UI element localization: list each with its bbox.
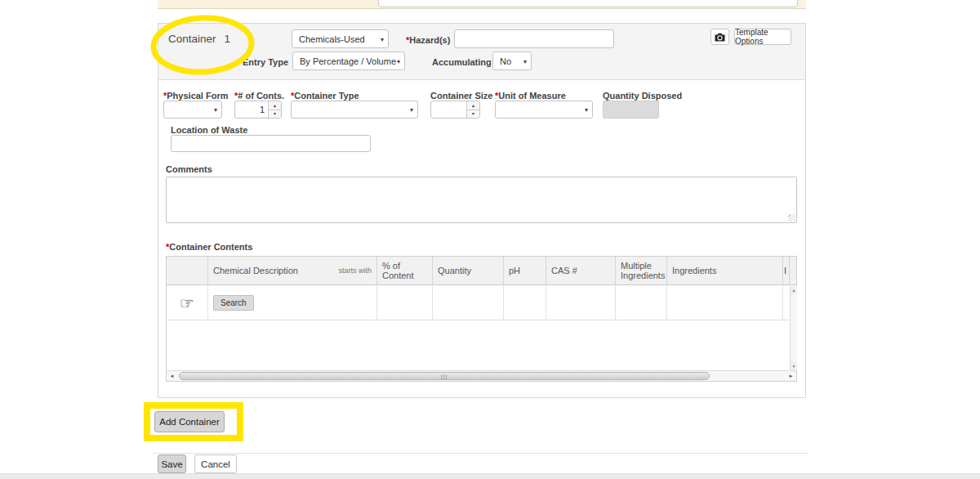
col-header-cas: CAS # [546, 257, 616, 284]
num-conts-stepper[interactable]: 1 ▲ ▼ [234, 101, 282, 119]
col-header-multiple-ingredients: Multiple Ingredients [616, 257, 667, 284]
row-pointer-cell: ☞ [167, 286, 208, 320]
chevron-down-icon: ▾ [381, 35, 384, 43]
scroll-left-icon[interactable]: ◄ [167, 371, 177, 381]
starts-with-hint: starts with [338, 266, 372, 275]
accumulating-value: No [500, 56, 511, 66]
pointing-hand-icon: ☞ [180, 295, 194, 311]
col-header-row-selector [167, 257, 208, 284]
hazards-label: *Hazard(s) [406, 35, 450, 45]
quantity-cell[interactable] [433, 286, 504, 320]
container-contents-table: Chemical Description starts with % of Co… [166, 256, 797, 382]
chevron-down-icon: ▾ [214, 106, 217, 114]
quantity-disposed-label: Quantity Disposed [603, 91, 682, 101]
spinner-up-icon[interactable]: ▲ [467, 101, 479, 110]
resize-grip-icon[interactable] [788, 214, 795, 222]
template-options-label: Template Options [735, 28, 791, 46]
quantity-disposed-input [603, 101, 659, 119]
col-header-clipped: I [783, 257, 790, 284]
accumulating-select[interactable]: No ▾ [492, 51, 532, 70]
waste-type-select[interactable]: Chemicals-Used ▾ [292, 29, 389, 48]
scroll-down-icon[interactable]: ▼ [791, 362, 797, 370]
pct-content-cell[interactable] [377, 286, 433, 320]
save-button[interactable]: Save [158, 454, 186, 473]
chemical-description-cell: Search [208, 286, 377, 320]
comments-label: Comments [166, 164, 212, 174]
chevron-down-icon: ▾ [397, 57, 400, 65]
entry-type-value: By Percentage / Volume [300, 56, 396, 66]
section-divider [153, 453, 808, 454]
location-of-waste-input[interactable] [171, 135, 371, 152]
template-options-button[interactable]: Template Options [734, 29, 791, 45]
cancel-button[interactable]: Cancel [194, 454, 237, 473]
scroll-up-icon[interactable]: ▲ [791, 286, 797, 294]
scrollbar-grip-icon: ||| [441, 374, 448, 379]
spinner-down-icon[interactable]: ▼ [467, 110, 479, 119]
cas-cell[interactable] [546, 286, 616, 320]
container-panel: Container1 *Waste Type Chemicals-Used ▾ … [158, 23, 806, 398]
camera-icon [715, 33, 725, 42]
hazards-input[interactable] [454, 29, 614, 48]
ingredients-cell[interactable] [667, 286, 783, 320]
annotation-rectangle [144, 402, 243, 441]
ph-cell[interactable] [504, 286, 546, 320]
scroll-right-icon[interactable]: ► [786, 371, 796, 381]
chevron-down-icon: ▾ [523, 57, 527, 65]
col-header-pct-content: % of Content [377, 257, 433, 284]
unit-of-measure-label: *Unit of Measure [495, 91, 566, 101]
num-conts-value: 1 [235, 101, 268, 118]
annotation-ellipse [149, 13, 259, 77]
table-header-row: Chemical Description starts with % of Co… [167, 257, 796, 285]
chevron-down-icon: ▾ [585, 106, 588, 114]
container-contents-label: *Container Contents [166, 242, 252, 252]
container-size-value [431, 101, 466, 118]
col-header-ph: pH [504, 257, 546, 284]
col-header-quantity: Quantity [433, 257, 504, 284]
search-button[interactable]: Search [213, 295, 254, 311]
container-size-label: Container Size [430, 91, 492, 101]
comments-textarea[interactable] [166, 177, 797, 223]
col-header-ingredients: Ingredients [667, 257, 783, 284]
horizontal-scrollbar[interactable]: ◄ ||| ► [167, 370, 796, 381]
container-type-label: *Container Type [291, 91, 359, 101]
col-header-chemical-description: Chemical Description starts with [208, 257, 377, 284]
cancel-label: Cancel [201, 459, 230, 469]
vertical-scrollbar[interactable]: ▲ ▼ [790, 286, 797, 370]
chevron-down-icon: ▾ [410, 106, 413, 114]
waste-type-value: Chemicals-Used [299, 34, 365, 44]
waste-container-form: Container1 *Waste Type Chemicals-Used ▾ … [0, 0, 980, 479]
container-type-select[interactable]: ▾ [291, 101, 418, 119]
horizontal-scrollbar-thumb[interactable]: ||| [179, 372, 710, 380]
num-conts-label: *# of Conts. [234, 91, 284, 101]
accumulating-label: Accumulating [432, 57, 492, 67]
physical-form-label: *Physical Form [163, 91, 228, 101]
footer-bar [0, 473, 980, 479]
table-row: ☞ Search [167, 286, 790, 320]
unit-of-measure-select[interactable]: ▾ [495, 101, 593, 119]
entry-type-select[interactable]: By Percentage / Volume ▾ [292, 51, 405, 70]
spinner-up-icon[interactable]: ▲ [269, 101, 281, 110]
spinner-down-icon[interactable]: ▼ [269, 110, 281, 119]
physical-form-select[interactable]: ▾ [163, 101, 222, 119]
top-info-strip [158, 0, 806, 9]
multiple-ingredients-cell[interactable] [616, 286, 667, 320]
save-label: Save [161, 459, 182, 469]
top-truncated-input[interactable] [378, 0, 798, 7]
container-size-stepper[interactable]: ▲ ▼ [430, 101, 480, 119]
location-of-waste-label: Location of Waste [171, 125, 247, 135]
photo-button[interactable] [710, 29, 729, 45]
